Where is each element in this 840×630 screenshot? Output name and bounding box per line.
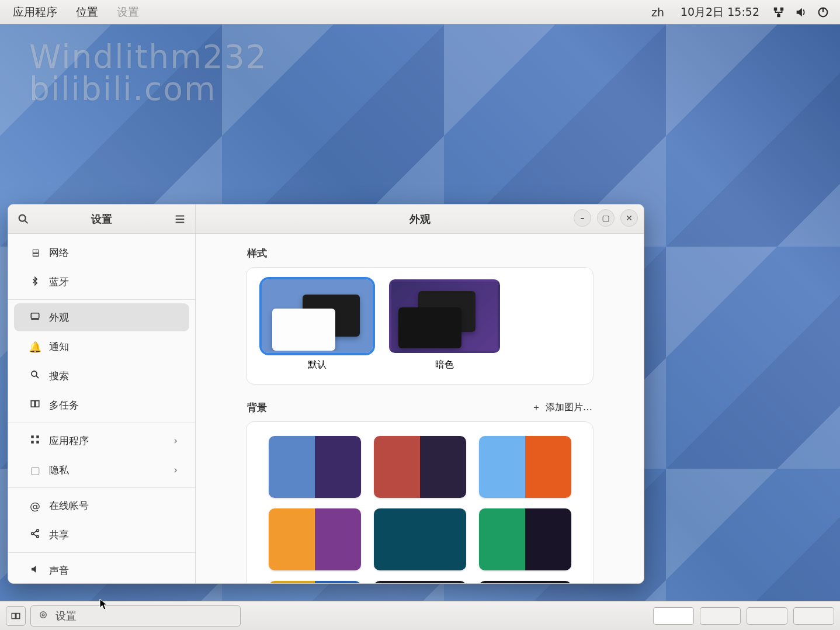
menu-bar: 应用程序 位置 设置 (0, 0, 148, 25)
sidebar-item-label: 声音 (43, 564, 178, 577)
bluetooth-icon (27, 276, 43, 288)
sidebar-item-multitask[interactable]: 多任务 (14, 391, 189, 419)
show-desktop-button[interactable] (6, 606, 26, 626)
background-section-label: 背景 (247, 401, 267, 414)
wallpaper-thumb-8[interactable] (374, 581, 466, 583)
settings-content: 外观 – ▢ ✕ 样式 默认 (195, 205, 644, 583)
window-controls: – ▢ ✕ (574, 209, 638, 227)
add-picture-label: 添加图片… (546, 401, 592, 414)
wallpaper-grid (246, 421, 593, 583)
settings-window: 设置 🖥 网络 蓝牙 外观 🔔 通知 (8, 204, 644, 584)
sidebar-item-network[interactable]: 🖥 网络 (14, 238, 189, 266)
wallpaper-thumb-3[interactable] (479, 436, 571, 498)
taskbar-task-label: 设置 (55, 609, 77, 623)
style-thumb-default (262, 279, 373, 353)
wallpaper-thumb-1[interactable] (269, 436, 361, 498)
style-option-dark[interactable]: 暗色 (389, 279, 500, 371)
svg-rect-28 (16, 613, 20, 618)
svg-point-12 (32, 371, 37, 376)
svg-rect-16 (31, 435, 34, 438)
svg-rect-1 (780, 7, 784, 11)
apps-icon (27, 434, 43, 447)
content-header: 外观 – ▢ ✕ (196, 205, 644, 234)
svg-rect-17 (36, 435, 39, 438)
sidebar-item-notifications[interactable]: 🔔 通知 (14, 333, 189, 361)
svg-rect-0 (774, 7, 777, 11)
input-method-indicator[interactable]: zh (648, 6, 668, 19)
settings-sidebar: 设置 🖥 网络 蓝牙 外观 🔔 通知 (8, 205, 195, 583)
svg-rect-15 (36, 401, 39, 407)
svg-line-6 (25, 220, 28, 223)
workspace-switcher (653, 607, 834, 625)
menu-places[interactable]: 位置 (67, 0, 107, 25)
wallpaper-thumb-2[interactable] (374, 436, 466, 498)
wallpaper-thumb-7[interactable] (269, 581, 361, 583)
sidebar-item-apps[interactable]: 应用程序 › (14, 427, 189, 455)
wallpaper-thumb-9[interactable] (479, 581, 571, 583)
content-title: 外观 (409, 212, 431, 226)
volume-icon[interactable] (794, 6, 807, 19)
workspace-4[interactable] (793, 607, 834, 625)
style-option-label: 暗色 (435, 359, 454, 371)
sidebar-item-search[interactable]: 搜索 (14, 362, 189, 390)
display-icon: 🖥 (27, 247, 43, 259)
close-button[interactable]: ✕ (620, 209, 638, 227)
wallpaper-thumb-5[interactable] (374, 508, 466, 570)
taskbar-task-settings[interactable]: 设置 (30, 605, 241, 626)
plus-icon: ＋ (532, 401, 541, 414)
sidebar-item-privacy[interactable]: ▢ 隐私 › (14, 456, 189, 484)
svg-rect-2 (777, 13, 780, 17)
sidebar-item-label: 蓝牙 (43, 275, 178, 289)
sidebar-item-label: 通知 (43, 340, 178, 354)
wallpaper-thumb-6[interactable] (479, 508, 571, 570)
menu-applications[interactable]: 应用程序 (4, 0, 67, 25)
maximize-button[interactable]: ▢ (597, 209, 615, 227)
sound-icon (27, 564, 43, 577)
appearance-icon (27, 311, 43, 324)
share-icon (27, 528, 43, 541)
style-option-default[interactable]: 默认 (262, 279, 373, 371)
svg-rect-18 (31, 441, 34, 444)
workspace-3[interactable] (747, 607, 787, 625)
settings-app-icon (38, 610, 48, 622)
sidebar-item-appearance[interactable]: 外观 (14, 303, 189, 331)
at-icon: @ (27, 500, 43, 512)
menu-icon[interactable] (173, 212, 187, 226)
wallpaper-thumb-4[interactable] (269, 508, 361, 570)
power-icon[interactable] (817, 6, 829, 19)
svg-line-13 (36, 376, 39, 378)
svg-point-29 (40, 611, 47, 618)
sidebar-list: 🖥 网络 蓝牙 外观 🔔 通知 搜索 多任务 (8, 234, 195, 583)
style-section-label: 样式 (247, 247, 593, 260)
sidebar-item-online-accounts[interactable]: @ 在线帐号 (14, 491, 189, 520)
network-icon[interactable] (772, 6, 785, 19)
clock[interactable]: 10月2日 15:52 (681, 5, 759, 20)
sidebar-item-label: 隐私 (43, 463, 173, 477)
sidebar-title: 设置 (91, 212, 112, 226)
svg-rect-14 (31, 401, 34, 407)
svg-line-23 (33, 531, 37, 534)
content-body[interactable]: 样式 默认 暗色 背景 (196, 234, 644, 583)
sidebar-item-sound[interactable]: 声音 (14, 556, 189, 583)
sidebar-item-share[interactable]: 共享 (14, 521, 189, 549)
cursor-icon (99, 598, 107, 610)
sidebar-item-bluetooth[interactable]: 蓝牙 (14, 268, 189, 296)
workspace-2[interactable] (700, 607, 741, 625)
sidebar-item-label: 搜索 (43, 369, 178, 383)
multitask-icon (27, 399, 43, 411)
sidebar-header: 设置 (8, 205, 195, 234)
workspace-1[interactable] (653, 607, 694, 625)
minimize-button[interactable]: – (574, 209, 591, 227)
sidebar-item-label: 网络 (43, 246, 178, 259)
sidebar-item-label: 共享 (43, 528, 178, 542)
svg-line-24 (33, 534, 37, 536)
desktop-watermark: Windlithm232 bilibili.com (29, 41, 268, 105)
style-option-label: 默认 (308, 359, 327, 371)
status-area: zh 10月2日 15:52 (648, 5, 840, 20)
chevron-right-icon: › (173, 435, 178, 446)
menu-settings[interactable]: 设置 (107, 0, 148, 25)
svg-point-30 (42, 614, 44, 616)
sidebar-item-label: 在线帐号 (43, 499, 178, 513)
search-icon[interactable] (16, 212, 30, 226)
add-picture-button[interactable]: ＋ 添加图片… (532, 401, 592, 414)
